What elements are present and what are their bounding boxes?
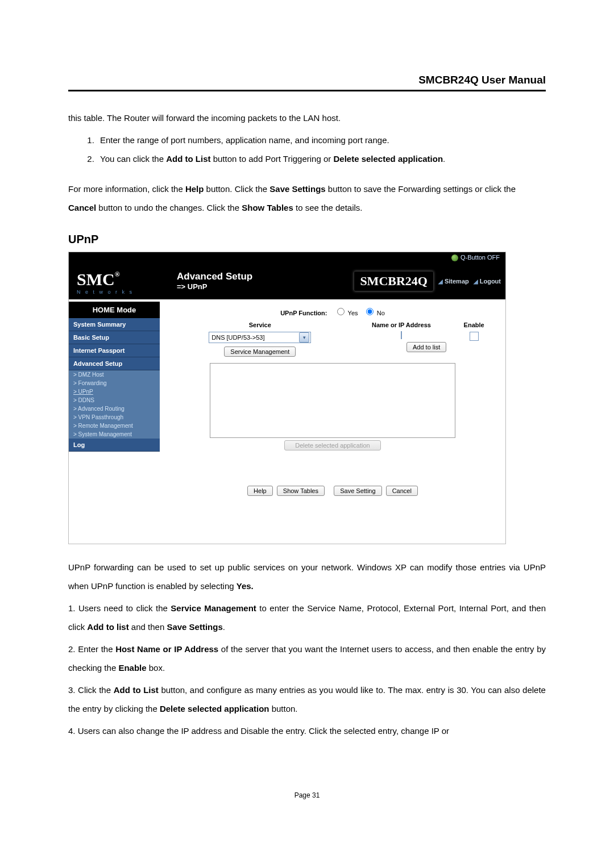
sidebar: HOME Mode System Summary Basic Setup Int… [69,299,160,544]
logout-link[interactable]: ◢Logout [474,278,501,285]
logo-cell: SMC® N e t w o r k s [69,263,160,299]
intro-block: this table. The Router will forward the … [68,108,546,217]
breadcrumb: => UPnP [177,282,252,291]
brand-logo: SMC® [77,271,154,288]
sidebar-sub-forwarding[interactable]: > Forwarding [69,379,160,387]
title-left: Advanced Setup => UPnP [177,272,252,291]
router-main: UPnP Function: Yes No Service Name or IP… [160,299,505,544]
chevron-down-icon: ▾ [299,332,309,343]
save-setting-button[interactable]: Save Setting [334,486,381,496]
delete-selected-button[interactable]: Delete selected application [284,440,380,450]
sidebar-sub-ddns[interactable]: > DDNS [69,396,160,404]
intro-line: this table. The Router will forward the … [68,108,546,127]
upnp-p4: 3. Click the Add to List button, and con… [68,681,546,718]
upnp-function-label: UPnP Function: [280,310,327,316]
upnp-p1: UPnP forwarding can be used to set up pu… [68,558,546,595]
step-list: Enter the range of port numbers, applica… [68,131,546,168]
show-tables-button[interactable]: Show Tables [277,486,325,496]
cancel-button[interactable]: Cancel [386,486,418,496]
service-table: Service Name or IP Address Enable DNS [U… [171,320,494,360]
enable-checkbox[interactable] [470,332,479,341]
title-cell: Advanced Setup => UPnP SMCBR24Q ◢Sitemap… [160,263,505,299]
service-select[interactable]: DNS [UDP/53->53] ▾ [209,332,311,343]
upnp-p3: 2. Enter the Host Name or IP Address of … [68,640,546,677]
sidebar-item-log[interactable]: Log [69,439,160,452]
upnp-function-row: UPnP Function: Yes No [171,306,494,316]
radio-yes[interactable]: Yes [334,310,358,316]
router-body: HOME Mode System Summary Basic Setup Int… [69,299,505,544]
entries-listbox[interactable] [210,363,455,438]
step-2: You can click the Add to List button to … [97,149,546,168]
model-badge: SMCBR24Q [354,271,434,291]
sidebar-sub-system-management[interactable]: > System Management [69,430,160,439]
qbutton-row: Q-Button OFF [69,252,505,263]
qbutton-icon [451,254,458,261]
radio-yes-input[interactable] [337,308,345,315]
sidebar-item-internet-passport[interactable]: Internet Passport [69,344,160,357]
sidebar-sub-remote-management[interactable]: > Remote Management [69,422,160,430]
arrow-icon: ◢ [474,278,478,285]
sidebar-sub-upnp[interactable]: > UPnP [69,387,160,396]
title-right: SMCBR24Q ◢Sitemap ◢Logout [354,271,501,291]
radio-no-input[interactable] [366,308,374,315]
sidebar-sub-vpn-passthrough[interactable]: > VPN Passthrough [69,413,160,422]
add-to-list-button[interactable]: Add to list [406,342,446,352]
setup-title: Advanced Setup [177,272,252,282]
section-heading-upnp: UPnP [68,233,546,246]
followup-paragraph: For more information, click the Help but… [68,180,546,217]
brand-subtext: N e t w o r k s [77,289,154,295]
th-service: Service [171,320,349,330]
bottom-buttons: Help Show Tables Save Setting Cancel [171,485,494,497]
upnp-p5: 4. Users can also change the IP address … [68,721,546,740]
arrow-icon: ◢ [438,278,443,285]
th-name-ip: Name or IP Address [349,320,454,330]
sidebar-item-system-summary[interactable]: System Summary [69,318,160,331]
sidebar-sub-advanced-routing[interactable]: > Advanced Routing [69,404,160,413]
name-ip-input[interactable] [401,331,402,339]
radio-no[interactable]: No [363,310,385,316]
sitemap-link[interactable]: ◢Sitemap [438,278,469,285]
upnp-description: UPnP forwarding can be used to set up pu… [68,558,546,740]
page-footer: Page 31 [68,791,546,799]
step-1: Enter the range of port numbers, applica… [97,131,546,149]
manual-title: SMCBR24Q User Manual [68,74,546,91]
help-button[interactable]: Help [247,486,273,496]
sidebar-home-mode[interactable]: HOME Mode [69,302,160,318]
router-screenshot: Q-Button OFF SMC® N e t w o r k s Advanc… [68,252,506,544]
th-enable: Enable [454,320,494,330]
router-header: SMC® N e t w o r k s Advanced Setup => U… [69,263,505,299]
sidebar-item-basic-setup[interactable]: Basic Setup [69,331,160,344]
service-select-value: DNS [UDP/53->53] [211,334,264,341]
sidebar-sub-dmz[interactable]: > DMZ Host [69,370,160,379]
sidebar-item-advanced-setup[interactable]: Advanced Setup [69,357,160,370]
service-management-button[interactable]: Service Management [224,347,296,357]
qbutton-label[interactable]: Q-Button OFF [460,254,500,261]
upnp-p2: 1. Users need to click the Service Manag… [68,599,546,636]
